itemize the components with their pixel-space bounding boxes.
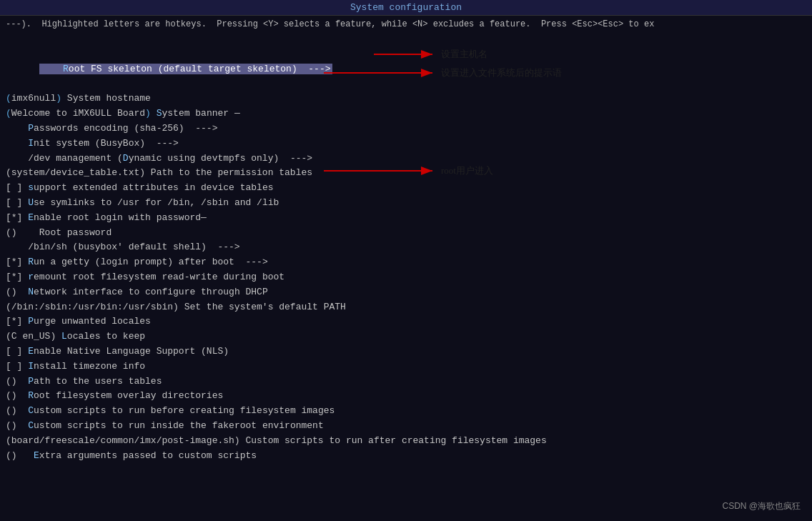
line-2: (imx6null) System hostname xyxy=(6,91,806,106)
title-text: System configuration xyxy=(350,2,462,13)
watermark: CSDN @海歌也疯狂 xyxy=(722,500,801,512)
terminal-window: System configuration ---). Highlighted l… xyxy=(0,0,812,521)
content-area: Root FS skeleton (default target skeleto… xyxy=(0,41,812,469)
help-line: ---). Highlighted letters are hotkeys. P… xyxy=(0,16,812,33)
line-21: () Path to the users tables xyxy=(6,374,806,389)
line-10: [*] Enable root login with password— xyxy=(6,211,806,226)
line-11: () Root password xyxy=(6,226,806,241)
line-13: [*] Run a getty (login prompt) after boo… xyxy=(6,255,806,270)
line-19: [ ] Enable Native Language Support (NLS) xyxy=(6,344,806,359)
line-23: () Custom scripts to run before creating… xyxy=(6,404,806,419)
line-5: Init system (BusyBox) ---> xyxy=(6,137,806,152)
line-25: (board/freescale/common/imx/post-image.s… xyxy=(6,434,806,449)
title-bar: System configuration xyxy=(0,0,812,16)
line-17: [*] Purge unwanted locales xyxy=(6,314,806,329)
line-3: (Welcome to iMX6ULL Board) System banner… xyxy=(6,106,806,121)
line-7: (system/device_table.txt) Path to the pe… xyxy=(6,166,806,181)
line-22: () Root filesystem overlay directories xyxy=(6,389,806,404)
selected-item: Root FS skeleton (default target skeleto… xyxy=(39,64,332,74)
line-15: () Network interface to configure throug… xyxy=(6,285,806,300)
line-1[interactable]: Root FS skeleton (default target skeleto… xyxy=(6,47,806,91)
line-9: [ ] Use symlinks to /usr for /bin, /sbin… xyxy=(6,196,806,211)
line-18: (C en_US) Locales to keep xyxy=(6,329,806,344)
line-26: () Extra arguments passed to custom scri… xyxy=(6,449,806,464)
line-6: /dev management (Dynamic using devtmpfs … xyxy=(6,152,806,167)
line-16: (/bin:/sbin:/usr/bin:/usr/sbin) Set the … xyxy=(6,300,806,315)
line-24: () Custom scripts to run inside the fake… xyxy=(6,419,806,434)
line-4: Passwords encoding (sha-256) ---> xyxy=(6,121,806,137)
line-8: [ ] support extended attributes in devic… xyxy=(6,181,806,196)
line-20: [ ] Install timezone info xyxy=(6,359,806,374)
line-12: /bin/sh (busybox' default shell) ---> xyxy=(6,240,806,255)
line-14: [*] remount root filesystem read-write d… xyxy=(6,270,806,285)
